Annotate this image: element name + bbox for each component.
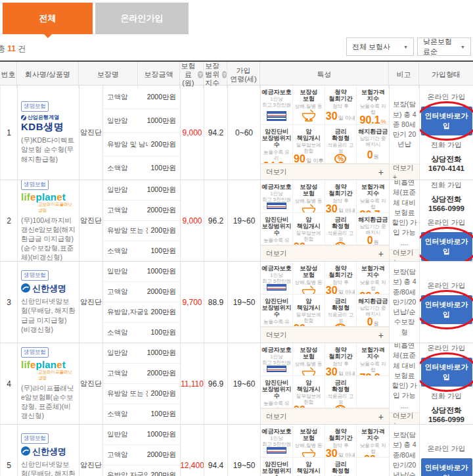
brand-subtitle: 교보라이프플래닛생명 [38, 202, 76, 214]
note-cell: 보장(담보) 총 4종/80세만기/20년납/순수보장형 [390, 262, 420, 343]
feature-value: 30일 이내 [326, 285, 355, 295]
deposit-protection-badge-icon [267, 111, 286, 121]
feature-title: 금리 확정형 [332, 379, 349, 393]
insurance-row: 5생명보험신한생명신한인터넷암보험(무배당, 해지환급금 미지급형)(비갱신형)… [0, 425, 473, 476]
coverage-name: 소액암 [107, 328, 128, 337]
feature-title: 암진단비 보장범위지수 [261, 379, 292, 400]
coverage-item: 유방암 또는 전립...200만원 [103, 384, 180, 404]
row-number: 1 [1, 85, 18, 179]
coverage-amount: 2000만원 [147, 369, 176, 378]
brand-letter: e [56, 191, 62, 202]
note-cell: 비흡연체(표준체 대비 보험료 할인) 가입 가능 ....더보기+ [390, 180, 420, 261]
feature-title: 청약 철회기간 [328, 265, 352, 279]
brand-letter: e [56, 359, 62, 370]
product-name: (무)라이프플래닛e암보험Ⅲ(순수보장형, 표준체)(비갱신형) [21, 383, 76, 421]
feature-item: 해지환급금납입기간 중 해지시0원 [357, 125, 389, 164]
company-logo: 신한생명 [21, 446, 66, 458]
feature-value-unit: % [381, 118, 386, 125]
join-cell: 온라인 가입인터넷바로가입전화 가입상담전화 1670-4141 [420, 85, 473, 179]
feature-title: 예금자보호 [261, 428, 291, 435]
features-more-button[interactable]: 더보기+ [261, 245, 389, 261]
note-more-button[interactable]: 더보기+ [390, 249, 419, 261]
feature-value: 90.1% [360, 115, 386, 125]
feature-title: 암진단비 보장범위지수 [261, 461, 292, 476]
internet-join-button[interactable]: 인터넷바로가입 [421, 358, 472, 387]
coverage-item: 소액암100만원 [103, 241, 180, 261]
insurer-filter-dropdown[interactable]: 전체 보험사 ▼ [346, 37, 414, 56]
coverage-amount: 1000만원 [147, 348, 176, 358]
note-text: 보장(담보) 총 4종/80세만기/20년납/순수보장형 [390, 425, 419, 476]
internet-join-button[interactable]: 인터넷바로가입 [421, 107, 472, 135]
internet-join-button[interactable]: 인터넷바로가입 [421, 295, 472, 324]
more-label: 더보기 [266, 249, 287, 258]
help-icon[interactable]: ? [222, 71, 227, 78]
coverage-name: 소액암 [107, 410, 128, 419]
coverage-group-label: 암진단 [79, 343, 103, 424]
brand-letter: a [45, 359, 51, 370]
feature-item: 보장성 보험상해,질병 등 [293, 180, 325, 213]
features-more-button[interactable]: 더보기+ [261, 164, 389, 179]
note-cell: 보장(담보) 총 4종/80세만기/20년납/순수보장형 [390, 425, 420, 476]
feature-title: 예금자보호 [261, 346, 291, 353]
coverage-item: 소액암100만원 [103, 404, 180, 424]
feature-grid: 예금자보호1인당 최고 5천만원보장성 보험상해,질병 등청약 철회기간청약 후… [261, 262, 389, 327]
tab-all[interactable]: 전체 [3, 3, 93, 34]
feature-value-unit: 일 이내 [338, 114, 355, 122]
coverage-item: 일반암1000만원 [103, 343, 180, 364]
feature-subtitle: 상해,질병 등 [295, 361, 323, 367]
result-count-number: 11 [7, 44, 16, 53]
company-cell: 생명보험lifeplanet교보라이프플래닛생명(무)라이프플래닛e암보험Ⅲ(순… [18, 343, 79, 424]
coverage-bowl-icon [302, 448, 316, 458]
feature-value-number: 30 [326, 448, 338, 458]
note-more-button[interactable]: 더보기+ [390, 412, 419, 424]
col-header-premium: 보험료 (원)? [180, 62, 204, 88]
feature-subtitle: 일부담보에 한함 [294, 142, 324, 154]
coverage-list: 일반암1000만원고액암2000만원유방암 또는 전립...200만원소액암10… [103, 180, 181, 261]
sort-dropdown[interactable]: 낮은보험료순 ▼ [417, 37, 471, 56]
feature-value-unit: 원 [374, 239, 379, 245]
row-number: 5 [1, 425, 18, 476]
note-cell: 비흡연체(표준체 대비 보험료 할인) 가입 가능 ....더보기+ [390, 343, 420, 424]
feature-title: 보장성 보험 [300, 346, 317, 360]
result-count-suffix: 건 [16, 44, 26, 53]
brand-text: 신한생명 [32, 446, 66, 458]
join-type-label: 온라인 가입 [427, 281, 465, 291]
feature-title: 보장성 보험 [300, 183, 317, 197]
coverage-item: 고액암2000만원 [103, 85, 180, 109]
coverage-group-label: 암진단 [79, 180, 103, 261]
coverage-item: 고액암2000만원 [103, 445, 180, 465]
feature-value-number: 30 [326, 367, 338, 376]
feature-item: 보험가격 지수낮을수록 저렴90.1% [357, 85, 389, 125]
company-cell: 생명보험신한생명신한인터넷암보험(무배당, 해지환급금 미지급형)(비갱신형) [18, 425, 79, 476]
note-more-button[interactable]: 더보기+ [390, 164, 419, 179]
features-more-button[interactable]: 더보기+ [261, 408, 389, 424]
feature-subtitle: 높을수록 유리 [261, 400, 292, 408]
tab-online-join[interactable]: 온라인가입 [95, 3, 189, 34]
join-button-wrap: 인터넷바로가입 [421, 295, 472, 324]
feature-subtitle: 낮을수록 저렴 [357, 198, 388, 210]
feature-item: 보험가격 지수낮을수록 저렴90% [357, 425, 389, 458]
coverage-name: 유방암,자궁암,전... [107, 471, 148, 476]
more-label: 더보기 [266, 412, 287, 421]
insurance-row: 1생명보험산업은행계열KDB생명(무)KDB다이렉트 암보험 순수형(무해지환급… [0, 85, 473, 180]
brand-letter: a [45, 191, 51, 202]
feature-subtitle: 1인당 최고 5천만원 [262, 191, 291, 202]
coverage-name: 고액암 [107, 93, 128, 102]
premium-value: 9,000 [181, 85, 204, 179]
coverage-index-value: 96.2 [204, 180, 228, 261]
feature-value: 30일 이내 [326, 367, 355, 376]
features-more-button[interactable]: 더보기+ [261, 327, 389, 343]
internet-join-button[interactable]: 인터넷바로가입 [421, 458, 472, 476]
coverage-name: 유방암 및 남녀생... [107, 140, 148, 149]
coverage-name: 소액암 [107, 247, 128, 256]
col-header-index: 보장범위 지수? [204, 62, 227, 88]
deposit-protection-badge-icon [267, 366, 286, 371]
coverage-amount: 1000만원 [147, 430, 176, 439]
brand-text: 신한생명 [32, 283, 66, 295]
help-icon[interactable]: ? [198, 71, 203, 78]
feature-value-number: 30 [326, 204, 338, 213]
feature-subtitle: 상해,질병 등 [295, 103, 323, 109]
brand-top-text: 산업은행계열 [28, 114, 59, 121]
internet-join-button[interactable]: 인터넷바로가입 [421, 232, 472, 261]
feature-subtitle: 낮을수록 저렴 [357, 361, 388, 373]
